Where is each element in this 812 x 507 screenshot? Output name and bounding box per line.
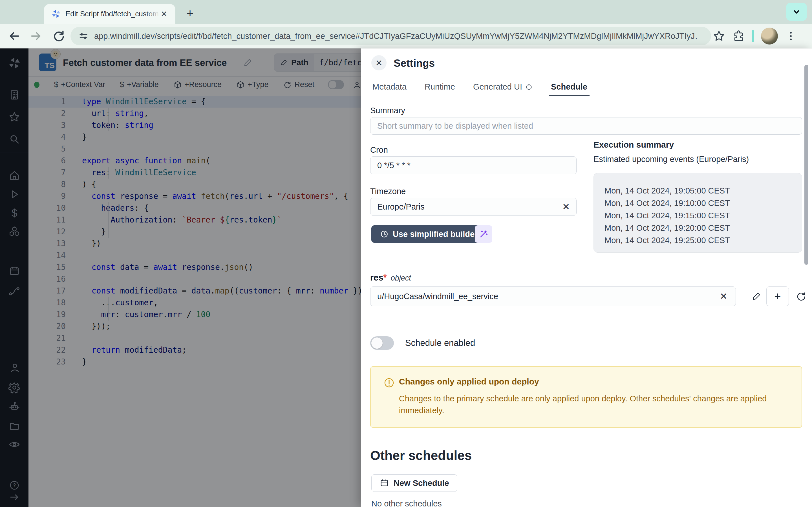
magic-wand-icon [479,229,488,239]
refresh-resource-icon[interactable] [793,286,809,306]
execution-summary-title: Execution summary [594,140,802,150]
timezone-input[interactable] [370,198,576,216]
panel-scrollbar[interactable] [804,65,808,265]
chevron-down-icon [792,7,801,17]
add-resource-plus-button[interactable]: + [766,286,789,306]
res-arg-type: object [391,274,411,282]
res-arg-label: res*object [370,273,411,283]
profile-separator [752,30,754,42]
execution-event: Mon, 14 Oct 2024, 19:05:00 CEST [605,184,802,197]
deploy-warning-box: Changes only applied upon deploy Changes… [370,366,802,428]
drawer-title: Settings [394,57,435,69]
other-schedules-heading: Other schedules [370,448,472,463]
summary-label: Summary [370,106,405,115]
execution-event: Mon, 14 Oct 2024, 19:20:00 CEST [605,222,802,234]
info-icon [525,83,533,91]
summary-input[interactable] [370,117,802,135]
tab-strip: Edit Script f/bd/fetch_custome ✕ + [0,0,812,24]
tab-schedule[interactable]: Schedule [549,78,590,96]
back-icon[interactable] [6,28,22,44]
url-text[interactable]: app.windmill.dev/scripts/edit/f/bd/fetch… [94,32,698,41]
res-input-row: ✕ + [370,286,802,306]
menu-kebab-icon[interactable] [785,31,797,42]
warning-icon [383,377,395,389]
timezone-label: Timezone [370,187,406,196]
resource-input[interactable] [370,286,736,306]
calendar-icon [379,478,389,488]
windmill-favicon [51,9,61,18]
timezone-clear-icon[interactable]: ✕ [562,202,570,212]
drawer-dim-overlay[interactable] [0,48,361,507]
site-settings-icon[interactable] [78,31,89,42]
schedule-enabled-label: Schedule enabled [405,338,475,348]
reload-icon[interactable] [51,28,66,44]
schedule-enabled-row: Schedule enabled [370,336,475,350]
execution-event: Mon, 14 Oct 2024, 19:15:00 CEST [605,209,802,222]
cron-label: Cron [370,145,388,155]
settings-drawer: ✕ Settings Metadata Runtime Generated UI… [361,48,812,507]
extensions-icon[interactable] [732,30,745,42]
schedule-enabled-toggle[interactable] [370,336,394,350]
resource-clear-icon[interactable]: ✕ [720,291,727,302]
tab-search-button[interactable] [786,3,807,21]
warning-body: Changes to the primary schedule are only… [399,393,782,416]
navbar-right [713,27,797,45]
avatar[interactable] [761,27,778,45]
simplified-builder-button[interactable]: Use simplified builder [371,225,486,243]
settings-tabs: Metadata Runtime Generated UI Schedule [361,78,812,96]
tab-runtime[interactable]: Runtime [422,78,457,96]
execution-event: Mon, 14 Oct 2024, 19:10:00 CEST [605,197,802,209]
execution-summary: Execution summary Estimated upcoming eve… [594,140,802,252]
browser-tab[interactable]: Edit Script f/bd/fetch_custome ✕ [44,4,175,24]
upcoming-events-box: Mon, 14 Oct 2024, 19:05:00 CESTMon, 14 O… [594,173,802,252]
bookmark-star-icon[interactable] [713,30,725,42]
forward-icon[interactable] [28,28,44,44]
execution-event: Mon, 14 Oct 2024, 19:25:00 CEST [605,234,802,246]
new-schedule-button[interactable]: New Schedule [371,474,457,492]
warning-title: Changes only applied upon deploy [399,377,539,386]
cron-input[interactable] [370,156,576,174]
url-bar[interactable]: app.windmill.dev/scripts/edit/f/bd/fetch… [70,27,711,45]
tab-close-icon[interactable]: ✕ [161,9,167,18]
required-asterisk: * [384,273,387,283]
tab-title-fade [143,8,160,20]
tab-generated-ui[interactable]: Generated UI [471,78,535,96]
new-tab-button[interactable]: + [183,6,197,21]
no-other-schedules-text: No other schedules [371,499,442,507]
clock-icon [380,230,389,238]
ai-wand-button[interactable] [475,225,492,243]
edit-resource-pencil-icon[interactable] [749,286,763,306]
close-icon[interactable]: ✕ [371,55,387,70]
tab-metadata[interactable]: Metadata [370,78,409,96]
browser-chrome: Edit Script f/bd/fetch_custome ✕ + app.w… [0,0,812,48]
execution-summary-subtitle: Estimated upcoming events (Europe/Paris) [594,155,802,164]
